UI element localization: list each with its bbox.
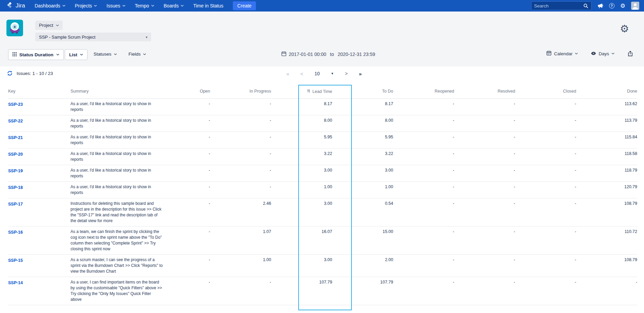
page-size-value[interactable]: 10 [315, 71, 320, 76]
cell-open: - [182, 168, 210, 173]
jira-logo[interactable]: Jira [7, 2, 25, 10]
view-mode-button[interactable]: List [65, 49, 87, 60]
status-duration-table: Key Summary Open In Progress Lead Time T… [8, 85, 637, 305]
cell-open: - [182, 201, 210, 207]
nav-item-projects[interactable]: Projects [70, 0, 102, 12]
settings-gear-icon[interactable]: ⚙ [620, 24, 629, 34]
cell-closed: - [515, 134, 576, 140]
announcements-icon[interactable] [597, 3, 603, 9]
col-header-resolved[interactable]: Resolved [454, 89, 515, 94]
nav-item-tempo[interactable]: Tempo [130, 0, 159, 12]
cell-resolved: - [454, 168, 515, 173]
prev-page-button[interactable]: < [300, 71, 303, 77]
time-unit-dropdown[interactable]: Days [591, 51, 615, 56]
cell-key: SSP-17 [8, 201, 71, 207]
cell-key: SSP-15 [8, 257, 71, 263]
issue-key-link[interactable]: SSP-22 [8, 119, 23, 123]
chevron-down-icon [56, 54, 59, 56]
cell-lead-time: 8.00 [271, 118, 332, 123]
cell-closed: - [515, 168, 576, 173]
last-page-button[interactable]: » [359, 71, 362, 77]
cell-resolved: - [454, 201, 515, 207]
project-select[interactable]: SSP - Sample Scrum Project ▾ [35, 33, 151, 41]
col-header-to-do[interactable]: To Do [332, 89, 393, 94]
search-input[interactable] [534, 3, 583, 8]
cell-done: 118.79 [576, 168, 637, 173]
issue-key-link[interactable]: SSP-15 [8, 258, 23, 263]
cell-lead-time: 16.07 [271, 229, 332, 235]
cell-resolved: - [454, 101, 515, 107]
issue-key-link[interactable]: SSP-16 [8, 230, 23, 235]
date-range[interactable]: 2017-01-01 00:00 to 2020-12-31 23:59 [281, 51, 375, 57]
first-page-button[interactable]: « [286, 71, 289, 77]
nav-right-cluster: ? ⚙ [531, 1, 639, 10]
cell-summary: As a user, I'd like a historical story t… [71, 184, 182, 196]
cell-to-do: 3.22 [332, 151, 393, 157]
jira-logo-icon [7, 2, 14, 10]
gear-icon[interactable]: ⚙ [620, 3, 625, 9]
cell-reopened: - [393, 134, 454, 140]
cell-summary: As a user, I'd like a historical story t… [71, 151, 182, 162]
statuses-dropdown[interactable]: Statuses [94, 52, 117, 57]
next-page-button[interactable]: > [345, 71, 348, 76]
cell-closed: - [515, 101, 576, 107]
fields-dropdown[interactable]: Fields [128, 52, 146, 57]
search-icon[interactable] [583, 3, 588, 8]
project-scope-button[interactable]: Project [35, 21, 63, 30]
cell-to-do: 15.00 [332, 229, 393, 235]
refresh-icon[interactable] [7, 71, 13, 76]
col-header-key[interactable]: Key [8, 89, 71, 94]
cell-resolved: - [454, 279, 515, 285]
col-header-open[interactable]: Open [182, 89, 210, 94]
table-row: SSP-19 As a user, I'd like a historical … [8, 165, 637, 182]
nav-item-dashboards[interactable]: Dashboards [30, 0, 70, 12]
col-header-lead-time[interactable]: Lead Time [271, 89, 332, 94]
col-header-in-progress[interactable]: In Progress [210, 89, 271, 94]
nav-item-issues[interactable]: Issues [102, 0, 130, 12]
page-size-caret-icon[interactable]: ▼ [331, 72, 334, 75]
issue-key-link[interactable]: SSP-23 [8, 102, 23, 107]
cell-summary: As a user, I can find important items on… [71, 279, 182, 302]
cell-reopened: - [393, 118, 454, 123]
nav-item-boards[interactable]: Boards [159, 0, 188, 12]
cell-done: 108.79 [576, 201, 637, 207]
cell-in-progress: - [210, 168, 271, 173]
table-row: SSP-21 As a user, I'd like a historical … [8, 132, 637, 149]
create-button[interactable]: Create [233, 1, 256, 10]
cell-open: - [182, 134, 210, 140]
issue-key-link[interactable]: SSP-19 [8, 169, 23, 173]
user-avatar[interactable] [631, 2, 639, 10]
cell-open: - [182, 229, 210, 235]
issue-key-link[interactable]: SSP-21 [8, 135, 23, 140]
col-header-summary[interactable]: Summary [71, 89, 182, 94]
issue-key-link[interactable]: SSP-17 [8, 202, 23, 207]
issues-count: Issues: 1 - 10 / 23 [17, 71, 53, 76]
cell-summary: As a user, I'd like a historical story t… [71, 101, 182, 113]
cell-lead-time: 3.22 [271, 151, 332, 157]
export-icon[interactable] [627, 51, 633, 57]
cell-done: - [576, 279, 637, 285]
table-row: SSP-23 As a user, I'd like a historical … [8, 99, 637, 115]
eye-icon [591, 51, 596, 56]
cell-done: 110.72 [576, 229, 637, 235]
help-icon[interactable]: ? [609, 3, 615, 8]
report-type-button[interactable]: Status Duration [8, 49, 64, 60]
nav-item-time-in-status[interactable]: Time in Status [188, 0, 228, 12]
issue-key-link[interactable]: SSP-18 [8, 185, 23, 190]
col-header-closed[interactable]: Closed [515, 89, 576, 94]
cell-reopened: - [393, 279, 454, 285]
cell-open: - [182, 151, 210, 157]
cell-in-progress: 2.46 [210, 201, 271, 207]
calendar-type-dropdown[interactable]: Calendar [546, 51, 578, 57]
cell-to-do: 1.00 [332, 184, 393, 190]
search-box[interactable] [531, 1, 591, 10]
issue-summary: As a user, I'd like a historical story t… [71, 168, 163, 179]
chevron-down-icon [114, 53, 117, 55]
project-avatar[interactable] [6, 20, 23, 36]
col-header-reopened[interactable]: Reopened [393, 89, 454, 94]
col-header-done[interactable]: Done [576, 89, 637, 94]
issue-key-link[interactable]: SSP-14 [8, 280, 23, 285]
chevron-down-icon [56, 24, 59, 26]
date-separator: to [329, 52, 336, 57]
issue-key-link[interactable]: SSP-20 [8, 152, 23, 157]
